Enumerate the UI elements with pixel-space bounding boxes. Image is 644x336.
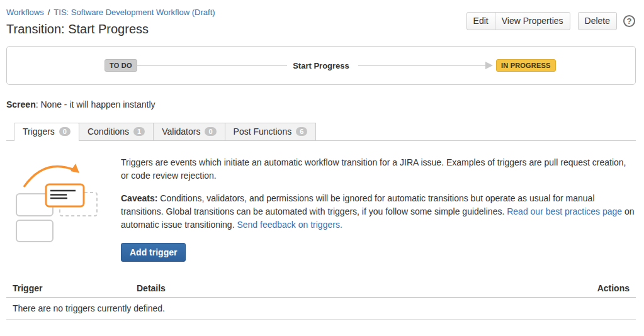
triggers-table-empty-row: There are no triggers currently defined. <box>6 298 636 320</box>
transition-diagram: TO DO Start Progress IN PROGRESS <box>6 46 636 85</box>
transition-tabs: Triggers0 Conditions1 Validators0 Post F… <box>6 123 636 141</box>
caveats-label: Caveats: <box>121 193 157 203</box>
screen-info: Screen: None - it will happen instantly <box>6 99 638 109</box>
triggers-panel: Triggers are events which initiate an au… <box>6 156 636 262</box>
triggers-caveats-text: Caveats: Conditions, validators, and per… <box>121 192 636 232</box>
workflow-transition-page: Workflows/TIS: Software Development Work… <box>0 0 644 336</box>
breadcrumb-link-workflows[interactable]: Workflows <box>6 8 44 17</box>
toolbar: Edit View Properties Delete ? <box>466 12 635 30</box>
transition-name-label: Start Progress <box>289 61 353 70</box>
tab-conditions-label: Conditions <box>88 126 129 137</box>
tab-validators-count-badge: 0 <box>205 127 216 136</box>
column-header-details: Details <box>130 279 573 298</box>
tab-post-functions-count-badge: 6 <box>296 127 307 136</box>
tab-conditions-count-badge: 1 <box>133 127 145 136</box>
send-feedback-link[interactable]: Send feedback on triggers. <box>237 220 342 230</box>
tab-post-functions-label: Post Functions <box>234 126 292 137</box>
triggers-illustration-icon <box>10 156 111 244</box>
column-header-actions: Actions <box>573 279 636 298</box>
column-header-trigger: Trigger <box>6 279 130 298</box>
screen-info-label: Screen <box>6 99 36 109</box>
tab-triggers-label: Triggers <box>23 126 55 137</box>
status-lozenge-from: TO DO <box>105 59 137 72</box>
triggers-table-header-row: Trigger Details Actions <box>6 279 636 298</box>
tab-triggers-count-badge: 0 <box>59 127 71 136</box>
add-trigger-button[interactable]: Add trigger <box>121 243 186 262</box>
tab-conditions[interactable]: Conditions1 <box>79 123 154 140</box>
transition-line-right <box>358 65 485 66</box>
tab-validators[interactable]: Validators0 <box>153 123 225 140</box>
breadcrumb-separator: / <box>48 8 50 17</box>
tab-validators-label: Validators <box>162 126 200 137</box>
tab-post-functions[interactable]: Post Functions6 <box>225 123 317 140</box>
illustration-card-bottom <box>16 220 53 242</box>
best-practices-link[interactable]: Read our best practices page <box>507 206 622 216</box>
arrowhead-icon <box>485 62 493 69</box>
transition-line-left <box>135 65 287 66</box>
tab-triggers[interactable]: Triggers0 <box>14 123 79 141</box>
triggers-intro-text: Triggers are events which initiate an au… <box>121 156 636 182</box>
triggers-table: Trigger Details Actions There are no tri… <box>6 279 636 320</box>
screen-info-value: : None - it will happen instantly <box>36 99 155 109</box>
status-lozenge-to: IN PROGRESS <box>496 59 556 72</box>
view-properties-button[interactable]: View Properties <box>495 12 570 30</box>
help-icon[interactable]: ? <box>623 15 635 27</box>
delete-button[interactable]: Delete <box>578 12 617 30</box>
edit-button[interactable]: Edit <box>466 12 495 30</box>
breadcrumb-link-workflow-name[interactable]: TIS: Software Development Workflow (Draf… <box>54 8 215 17</box>
triggers-description: Triggers are events which initiate an au… <box>121 156 636 262</box>
empty-message: There are no triggers currently defined. <box>6 298 636 320</box>
edit-button-group: Edit View Properties <box>466 12 570 30</box>
